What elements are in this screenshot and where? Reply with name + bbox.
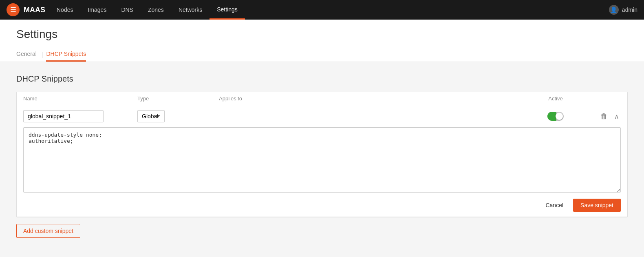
- table-row: Global Subnet Node 🗑: [17, 105, 627, 217]
- tab-dhcp-snippets[interactable]: DHCP Snippets: [46, 47, 86, 62]
- navbar: ☰ MAAS Nodes Images DNS Zones Networks S…: [0, 0, 644, 20]
- snippet-content-textarea[interactable]: ddns-update-style none; authoritative;: [23, 127, 621, 193]
- nav-item-zones[interactable]: Zones: [141, 0, 171, 20]
- snippet-row-top: Global Subnet Node 🗑: [17, 105, 627, 127]
- table-header-row: Name Type Applies to Active: [17, 92, 627, 105]
- add-custom-snippet-button[interactable]: Add custom snippet: [16, 224, 80, 238]
- col-header-active: Active: [523, 95, 588, 102]
- page-header: Settings General | DHCP Snippets: [0, 20, 644, 62]
- cancel-button[interactable]: Cancel: [540, 199, 568, 212]
- breadcrumb-tabs: General | DHCP Snippets: [16, 47, 628, 62]
- nav-item-dns[interactable]: DNS: [114, 0, 141, 20]
- snippet-name-input[interactable]: [23, 110, 104, 122]
- section-title: DHCP Snippets: [16, 74, 628, 84]
- page-title: Settings: [16, 28, 628, 41]
- tab-general[interactable]: General: [16, 47, 37, 62]
- save-snippet-button[interactable]: Save snippet: [573, 199, 621, 212]
- active-toggle[interactable]: [547, 112, 564, 121]
- toggle-knob: [556, 113, 563, 120]
- nav-item-images[interactable]: Images: [80, 0, 114, 20]
- brand-name: MAAS: [24, 6, 45, 14]
- nav-item-settings[interactable]: Settings: [210, 0, 245, 20]
- snippet-active-cell: [523, 112, 588, 121]
- nav-item-nodes[interactable]: Nodes: [49, 0, 80, 20]
- col-header-name: Name: [23, 95, 137, 102]
- hamburger-icon: ☰: [10, 6, 16, 14]
- brand[interactable]: ☰ MAAS: [7, 3, 45, 16]
- snippet-table: Name Type Applies to Active Global Subne…: [16, 92, 628, 217]
- nav-right: 👤 admin: [609, 5, 637, 15]
- snippet-name-cell: [23, 110, 137, 122]
- snippet-footer-row: Cancel Save snippet: [17, 194, 627, 217]
- snippet-type-cell: Global Subnet Node: [137, 110, 219, 122]
- col-header-type: Type: [137, 95, 219, 102]
- snippet-type-select[interactable]: Global Subnet Node: [137, 110, 165, 122]
- brand-icon: ☰: [7, 3, 20, 16]
- user-icon: 👤: [609, 5, 619, 15]
- col-header-applies: Applies to: [219, 95, 523, 102]
- user-label: admin: [622, 7, 637, 13]
- tab-separator: |: [42, 51, 43, 58]
- main-content: DHCP Snippets Name Type Applies to Activ…: [0, 62, 644, 257]
- snippet-actions-cell: 🗑 ∧: [588, 111, 621, 122]
- toggle-on-half: [547, 112, 556, 121]
- snippet-content-row: ddns-update-style none; authoritative;: [17, 127, 627, 194]
- collapse-button[interactable]: ∧: [613, 111, 621, 122]
- delete-button[interactable]: 🗑: [599, 111, 609, 122]
- toggle-track: [547, 112, 564, 121]
- nav-item-networks[interactable]: Networks: [171, 0, 210, 20]
